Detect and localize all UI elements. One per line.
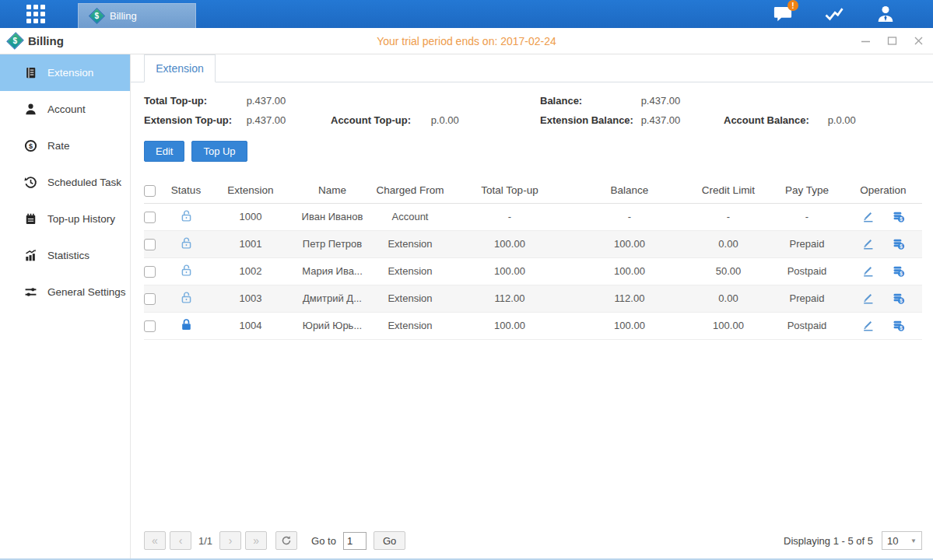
extension-balance-label: Extension Balance: bbox=[540, 114, 638, 126]
account-balance-label: Account Balance: bbox=[724, 114, 825, 126]
taskbar-tab-label: Billing bbox=[110, 10, 137, 22]
sidebar-item-account[interactable]: Account bbox=[0, 91, 130, 128]
row-checkbox[interactable] bbox=[144, 293, 156, 305]
table-row[interactable]: 1003 Дмитрий Д... Extension 112.00 112.0… bbox=[144, 285, 922, 312]
sidebar-item-statistics[interactable]: Statistics bbox=[0, 237, 130, 274]
cell-name: Иван Иванов bbox=[292, 203, 373, 230]
chat-icon[interactable]: ! bbox=[773, 5, 793, 23]
sidebar-item-topup-history[interactable]: Top-up History bbox=[0, 201, 130, 237]
cell-pay-type: Prepaid bbox=[770, 285, 844, 312]
table-row[interactable]: 1004 Юрий Юрь... Extension 100.00 100.00… bbox=[144, 312, 922, 339]
sidebar-item-label: Account bbox=[47, 103, 86, 115]
last-page-button[interactable]: » bbox=[245, 531, 267, 550]
sidebar-item-rate[interactable]: $ Rate bbox=[0, 128, 130, 164]
edit-extension-icon[interactable] bbox=[861, 237, 875, 250]
lock-open-icon bbox=[180, 291, 193, 304]
tab-bar: Extension bbox=[131, 54, 933, 82]
close-icon[interactable] bbox=[913, 36, 924, 47]
edit-extension-icon[interactable] bbox=[861, 210, 875, 223]
tab-extension[interactable]: Extension bbox=[144, 54, 216, 82]
topup-extension-icon[interactable]: $ bbox=[892, 264, 905, 278]
extension-balance-value: p.437.00 bbox=[641, 114, 681, 126]
cell-charged-from: Extension bbox=[373, 257, 447, 285]
svg-text:$: $ bbox=[900, 325, 903, 331]
sidebar-item-extension[interactable]: Extension bbox=[0, 54, 130, 91]
topup-extension-icon[interactable]: $ bbox=[892, 210, 905, 223]
window-titlebar: $ Billing Your trial period ends on: 201… bbox=[0, 28, 933, 54]
refresh-button[interactable] bbox=[275, 531, 297, 550]
cell-pay-type: Postpaid bbox=[770, 312, 844, 339]
cell-extension: 1004 bbox=[209, 312, 292, 339]
lock-closed-icon bbox=[180, 318, 193, 331]
cell-balance: - bbox=[572, 203, 687, 230]
prev-page-button[interactable]: ‹ bbox=[170, 531, 191, 550]
cell-credit-limit: 0.00 bbox=[687, 285, 770, 312]
dollar-circle-icon: $ bbox=[24, 139, 37, 152]
sidebar-item-label: Statistics bbox=[47, 250, 89, 261]
account-topup-label: Account Top-up: bbox=[331, 114, 428, 126]
table-row[interactable]: 1002 Мария Ива... Extension 100.00 100.0… bbox=[144, 257, 922, 285]
cell-balance: 100.00 bbox=[572, 230, 687, 257]
sidebar-item-scheduled-task[interactable]: Scheduled Task bbox=[0, 164, 130, 201]
cell-credit-limit: 50.00 bbox=[687, 257, 770, 285]
sidebar: Extension Account $ Rate bbox=[0, 54, 131, 558]
cell-pay-type: Postpaid bbox=[770, 257, 844, 285]
svg-text:$: $ bbox=[900, 216, 903, 222]
cell-credit-limit: 100.00 bbox=[687, 312, 770, 339]
total-topup-value: p.437.00 bbox=[247, 95, 286, 107]
balance-summary: Total Top-up: p.437.00 Balance: p.437.00… bbox=[144, 95, 922, 126]
window-title-group: $ Billing bbox=[9, 34, 64, 47]
first-page-button[interactable]: « bbox=[144, 531, 166, 550]
goto-page-input[interactable] bbox=[343, 532, 367, 550]
chart-icon[interactable] bbox=[824, 5, 844, 23]
cell-credit-limit: 0.00 bbox=[687, 230, 770, 257]
topup-extension-icon[interactable]: $ bbox=[892, 292, 905, 305]
page-size-value: 10 bbox=[887, 535, 898, 547]
topup-button[interactable]: Top Up bbox=[191, 141, 247, 162]
person-icon bbox=[24, 103, 37, 116]
edit-extension-icon[interactable] bbox=[861, 264, 875, 278]
table-row[interactable]: 1001 Петр Петров Extension 100.00 100.00… bbox=[144, 230, 922, 257]
row-checkbox[interactable] bbox=[144, 212, 156, 223]
user-icon[interactable] bbox=[875, 5, 896, 23]
apps-grid-icon[interactable] bbox=[26, 5, 45, 23]
svg-text:$: $ bbox=[900, 271, 903, 277]
window-title: Billing bbox=[28, 34, 64, 47]
sidebar-item-general-settings[interactable]: General Settings bbox=[0, 274, 130, 310]
extension-table: Status Extension Name Charged From Total… bbox=[144, 178, 922, 340]
goto-label: Go to bbox=[311, 535, 336, 547]
billing-app-window: $ Billing ! bbox=[0, 0, 933, 560]
minimize-icon[interactable] bbox=[860, 36, 871, 47]
account-balance-field: Account Balance: p.0.00 bbox=[724, 114, 922, 126]
edit-button[interactable]: Edit bbox=[144, 141, 184, 162]
cell-pay-type: Prepaid bbox=[770, 230, 844, 257]
lock-open-icon bbox=[180, 264, 193, 277]
table-row[interactable]: 1000 Иван Иванов Account - - - - bbox=[144, 203, 922, 230]
column-header-total-topup: Total Top-up bbox=[447, 178, 572, 203]
edit-extension-icon[interactable] bbox=[861, 292, 875, 305]
edit-extension-icon[interactable] bbox=[861, 319, 875, 332]
cell-name: Петр Петров bbox=[292, 230, 373, 257]
select-all-checkbox[interactable] bbox=[144, 185, 156, 197]
total-topup-field: Total Top-up: p.437.00 bbox=[144, 95, 331, 107]
taskbar-billing-tab[interactable]: $ Billing bbox=[78, 3, 196, 28]
row-checkbox[interactable] bbox=[144, 320, 156, 332]
refresh-icon bbox=[281, 535, 292, 546]
next-page-button[interactable]: › bbox=[219, 531, 241, 550]
topup-extension-icon[interactable]: $ bbox=[892, 237, 905, 250]
maximize-icon[interactable] bbox=[886, 36, 897, 47]
balance-value: p.437.00 bbox=[641, 95, 681, 107]
cell-charged-from: Extension bbox=[373, 230, 447, 257]
cell-extension: 1003 bbox=[209, 285, 292, 312]
row-checkbox[interactable] bbox=[144, 266, 156, 278]
go-button[interactable]: Go bbox=[374, 531, 405, 550]
row-checkbox[interactable] bbox=[144, 239, 156, 250]
column-header-extension: Extension bbox=[209, 178, 292, 203]
extension-table-body: 1000 Иван Иванов Account - - - - bbox=[144, 203, 922, 339]
sidebar-item-label: Rate bbox=[47, 140, 70, 152]
page-size-select[interactable]: 10 ▼ bbox=[882, 531, 922, 550]
topup-extension-icon[interactable]: $ bbox=[892, 319, 905, 332]
account-topup-field: Account Top-up: p.0.00 bbox=[331, 114, 540, 126]
column-header-status: Status bbox=[163, 178, 209, 203]
chevron-down-icon: ▼ bbox=[910, 537, 917, 544]
